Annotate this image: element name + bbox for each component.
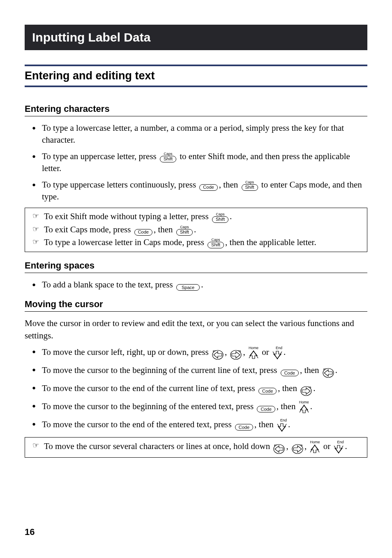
text: , then (219, 180, 240, 190)
code-key-icon: Code (281, 366, 299, 376)
text: To exit Caps mode, press (44, 225, 133, 234)
key-label: Shift (212, 216, 228, 223)
text: To type a lowercase letter in Caps mode,… (44, 237, 206, 247)
key-label: Shift (160, 156, 176, 162)
key-label: Shift (176, 229, 193, 236)
text: . (313, 383, 315, 393)
key-label: Code (258, 388, 277, 394)
space-key-icon: Space (176, 280, 200, 291)
text: , then (278, 383, 299, 393)
left-arrow-key-icon (273, 440, 285, 454)
notes-box: To exit Shift mode without typing a lett… (25, 208, 367, 252)
shift-key-icon: CapsShift (242, 180, 258, 191)
key-label: Shift (208, 242, 224, 248)
text: , then (277, 401, 298, 411)
text: , (304, 441, 309, 451)
text: To move the cursor left, right, up or do… (42, 347, 211, 357)
text: , (225, 347, 229, 357)
note-item: To move the cursor several characters or… (27, 440, 365, 454)
code-key-icon: Code (235, 420, 253, 431)
key-caption: Caps (180, 225, 189, 229)
shift-key-icon: CapsShift (176, 225, 193, 236)
up-arrow-key-icon: Home (299, 400, 309, 414)
code-key-icon: Code (257, 402, 275, 412)
key-caption: Caps (212, 238, 220, 242)
text: . (310, 401, 312, 411)
code-key-icon: Code (258, 384, 277, 394)
intro-paragraph: Move the cursor in order to review and e… (25, 317, 367, 342)
text: . (345, 441, 347, 451)
page-number: 16 (25, 527, 35, 537)
section-header: Entering and editing text (25, 65, 367, 87)
key-label: Code (134, 229, 152, 236)
bullet-item: To move the cursor to the beginning of t… (25, 364, 367, 378)
text: . (335, 365, 337, 375)
key-label: Code (281, 370, 299, 376)
text: , then the applicable letter. (225, 237, 316, 247)
text: , (286, 441, 291, 451)
key-label: Code (235, 424, 253, 431)
text: , then (300, 365, 321, 375)
bullet-item: To move the cursor left, right, up or do… (25, 346, 367, 360)
bullet-item: To add a blank space to the text, press … (25, 279, 367, 291)
key-caption: Home (249, 346, 258, 350)
key-caption: Caps (245, 180, 254, 184)
h3-entering-characters: Entering characters (25, 104, 367, 116)
right-arrow-key-icon (230, 346, 242, 360)
note-item: To exit Caps mode, press Code, then Caps… (27, 224, 365, 236)
text: . (194, 225, 196, 234)
text: , then (154, 225, 175, 234)
bullet-item: To move the cursor to the end of the cur… (25, 382, 367, 396)
key-label: Code (257, 406, 275, 412)
text: To move the cursor to the beginning of t… (42, 365, 279, 375)
bullet-item: To type an uppercase letter, press CapsS… (25, 150, 367, 175)
bullet-item: To type a lowercase letter, a number, a … (25, 122, 367, 146)
left-arrow-key-icon (212, 346, 224, 360)
up-arrow-key-icon: Home (249, 346, 258, 360)
notes-box: To move the cursor several characters or… (25, 437, 367, 458)
note-item: To exit Shift mode without typing a lett… (27, 211, 365, 222)
right-arrow-key-icon (292, 440, 303, 454)
text: . (284, 347, 286, 357)
key-caption: End (276, 346, 282, 350)
text: To move the cursor to the end of the ent… (42, 419, 234, 429)
text: or (260, 347, 271, 357)
text: To exit Shift mode without typing a lett… (44, 211, 211, 221)
text: To move the cursor to the beginning of t… (42, 401, 256, 411)
down-arrow-key-icon: End (272, 346, 282, 360)
down-arrow-key-icon: End (334, 440, 344, 454)
bullet-item: To move the cursor to the end of the ent… (25, 418, 367, 432)
text: . (201, 280, 203, 289)
key-caption: Home (310, 440, 320, 444)
key-label: Shift (242, 184, 258, 191)
key-caption: End (337, 440, 344, 444)
key-caption: Caps (216, 212, 224, 216)
text: To type a lowercase letter, a number, a … (42, 123, 344, 145)
text: To type an uppercase letter, press (42, 151, 159, 161)
key-caption: Caps (164, 152, 173, 156)
text: . (288, 419, 290, 429)
text: or (321, 441, 332, 451)
shift-key-icon: CapsShift (160, 152, 176, 162)
left-arrow-key-icon (323, 364, 334, 378)
h3-entering-spaces: Entering spaces (25, 260, 367, 273)
key-label: Code (199, 184, 217, 191)
text: , then (254, 419, 276, 429)
bullet-item: To move the cursor to the beginning of t… (25, 400, 367, 414)
h3-moving-cursor: Moving the cursor (25, 299, 367, 312)
page-title-banner: Inputting Label Data (25, 25, 367, 50)
right-arrow-key-icon (300, 382, 312, 396)
text: , (243, 347, 247, 357)
down-arrow-key-icon: End (277, 418, 287, 432)
text: To move the cursor several characters or… (44, 441, 272, 451)
bullet-item: To type uppercase letters continuously, … (25, 179, 367, 203)
key-label: Space (176, 284, 200, 291)
key-caption: Home (299, 400, 309, 404)
note-item: To type a lowercase letter in Caps mode,… (27, 236, 365, 248)
key-caption: End (280, 418, 287, 422)
text: To add a blank space to the text, press (42, 280, 175, 289)
up-arrow-key-icon: Home (310, 440, 320, 454)
shift-key-icon: CapsShift (208, 238, 224, 248)
text: To move the cursor to the end of the cur… (42, 383, 257, 393)
text: . (230, 211, 232, 221)
